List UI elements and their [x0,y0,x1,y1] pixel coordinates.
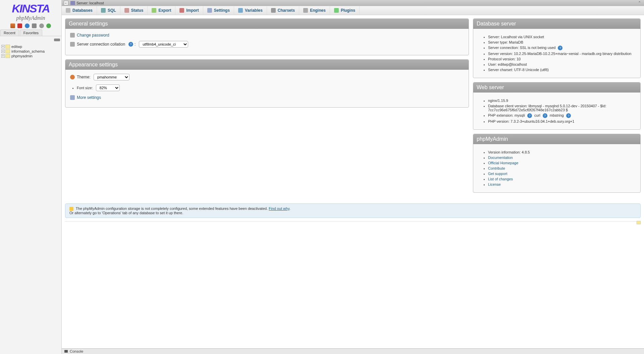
info-item: Server: Localhost via UNIX socket [488,34,636,40]
config-notice: The phpMyAdmin configuration storage is … [65,203,641,218]
more-settings-link[interactable]: More settings [77,95,101,100]
sql-icon [101,8,106,13]
warning-icon [69,207,73,211]
help-icon[interactable]: ? [527,113,532,118]
server-icon [70,1,75,5]
db-tree-row[interactable]: +phpmyadmin [1,54,60,58]
left-column: General settings Change password Server … [65,18,469,197]
menu-export[interactable]: Export [148,6,175,15]
plugins-icon [334,8,339,13]
database-icon [5,54,10,58]
menu-label: Status [131,8,144,13]
help-icon[interactable]: ? [566,113,571,118]
pma-link[interactable]: Documentation [488,156,513,160]
wrench-icon [70,95,75,100]
pma-link[interactable]: Official Homepage [488,161,518,165]
menu-settings[interactable]: Settings [203,6,234,15]
collation-select[interactable]: utf8mb4_unicode_ci [139,41,188,48]
nav-settings-icon[interactable] [32,23,37,28]
app-name: phpMyAdmin [0,15,61,21]
import-icon [179,8,184,13]
database-icon [5,45,10,49]
help-icon[interactable]: ? [543,113,547,118]
menu-label: SQL [108,8,116,13]
pma-link[interactable]: List of changes [488,177,513,181]
info-item: nginx/1.15.9 [488,98,636,103]
home-icon[interactable] [10,23,15,28]
help-icon[interactable]: ? [558,46,562,50]
info-item: Database client version: libmysql - mysq… [488,103,636,113]
back-button[interactable]: ← [64,1,68,5]
info-item: Server charset: UTF-8 Unicode (utf8) [488,67,636,72]
find-out-why-link[interactable]: Find out why [269,206,289,211]
nav-icon-bar [0,22,61,30]
panel-title: General settings [65,19,469,29]
db-tree-row[interactable]: +information_schema [1,49,60,54]
reload-icon[interactable] [46,23,51,28]
pma-link-item: Official Homepage [488,160,636,166]
menu-sql[interactable]: SQL [97,6,120,15]
sidebar-tabs: Recent Favorites [0,30,61,36]
menu-vars[interactable]: Variables [234,6,267,15]
help-icon[interactable]: ? [128,42,133,47]
right-column: Database server Server: Localhost via UN… [473,18,641,197]
link-icon[interactable] [54,39,60,41]
brand-logo: KINSTA [0,2,61,15]
web-server-panel: Web server nginx/1.15.9Database client v… [473,82,641,130]
gear-icon[interactable] [39,23,44,28]
charsets-icon [271,8,276,13]
collapse-toggle-icon[interactable] [637,221,641,224]
general-settings-panel: General settings Change password Server … [65,18,469,55]
engines-icon [303,8,308,13]
db-name: phpmyadmin [11,54,33,58]
vars-icon [238,8,243,13]
version-item: Version information: 4.8.5 [488,150,636,155]
navigation-sidebar: KINSTA phpMyAdmin Recent Favorites +edit… [0,0,62,225]
theme-select[interactable]: pmahomme [94,74,129,80]
expand-icon[interactable]: + [1,45,5,48]
menu-import[interactable]: Import [175,6,203,15]
change-password-link[interactable]: Change password [77,33,109,38]
theme-label: Theme: [77,75,91,79]
menu-db[interactable]: Databases [62,6,97,15]
panel-title: Web server [473,82,640,93]
menu-charsets[interactable]: Charsets [267,6,299,15]
font-size-label: Font size: [77,86,93,90]
menu-status[interactable]: Status [120,6,148,15]
info-item: Server version: 10.2.25-MariaDB-10.2.25+… [488,51,636,56]
db-name: information_schema [11,49,45,53]
menu-plugins[interactable]: Plugins [330,6,360,15]
pma-link-item: Documentation [488,155,636,160]
panel-title: Database server [473,19,640,29]
tab-recent[interactable]: Recent [0,30,19,36]
pma-link-item: Contribute [488,166,636,171]
database-server-panel: Database server Server: Localhost via UN… [473,18,641,78]
expand-icon[interactable]: + [1,54,5,58]
content-columns: General settings Change password Server … [62,15,644,200]
pma-link[interactable]: License [488,182,501,186]
top-menu: DatabasesSQLStatusExportImportSettingsVa… [62,6,644,15]
status-icon [124,8,129,13]
database-tree: +editwp+information_schema+phpmyadmin [0,44,61,59]
tab-favorites[interactable]: Favorites [20,30,42,36]
docs-icon[interactable] [25,23,30,28]
info-item: Server connection: SSL is not being used… [488,45,636,51]
menu-engines[interactable]: Engines [299,6,330,15]
pma-link[interactable]: Get support [488,172,507,176]
expand-icon[interactable]: + [1,50,5,53]
breadcrumb-server[interactable]: Server: localhost [76,1,104,5]
menu-label: Settings [214,8,230,13]
collapse-top-icon[interactable]: ⌃ [638,1,643,5]
phpmyadmin-panel: phpMyAdmin Version information: 4.8.5Doc… [473,134,641,193]
separator [65,221,641,222]
font-size-select[interactable]: 82% [96,84,120,91]
menu-label: Import [186,8,199,13]
logout-icon[interactable] [17,23,22,28]
appearance-settings-panel: Appearance settings Theme: pmahomme Font… [65,59,469,108]
export-icon [152,8,156,13]
pma-link[interactable]: Contribute [488,166,505,170]
db-icon [66,8,70,13]
menu-label: Charsets [278,8,295,13]
db-tree-row[interactable]: +editwp [1,44,60,49]
menu-label: Variables [245,8,263,13]
